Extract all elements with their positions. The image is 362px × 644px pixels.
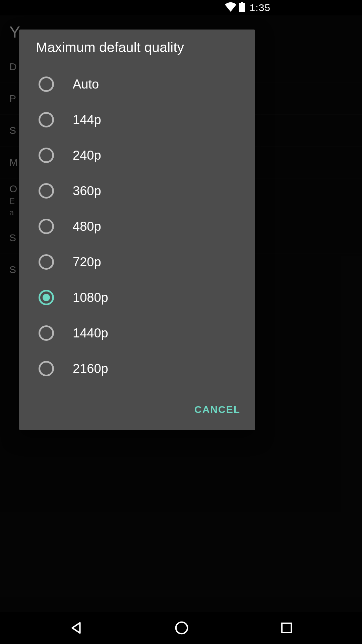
option-240p[interactable]: 240p [19,138,255,173]
option-label: 1440p [73,326,108,340]
cancel-button[interactable]: CANCEL [189,399,246,420]
radio-icon [39,219,54,234]
dialog-actions: CANCEL [19,393,255,430]
option-360p[interactable]: 360p [19,173,255,209]
battery-icon [239,2,245,13]
radio-icon [39,112,54,127]
option-1440p[interactable]: 1440p [19,315,255,351]
option-label: 240p [73,148,101,163]
radio-icon [39,148,54,163]
radio-icon [39,325,54,341]
option-720p[interactable]: 720p [19,244,255,280]
option-144p[interactable]: 144p [19,102,255,138]
option-auto[interactable]: Auto [19,66,255,102]
quality-dialog: Maximum default quality Auto 144p 240p 3… [19,30,255,430]
option-label: Auto [73,77,99,92]
dialog-title: Maximum default quality [19,30,255,63]
option-label: 2160p [73,362,108,376]
option-label: 1080p [73,290,108,305]
option-label: 360p [73,184,101,198]
option-2160p[interactable]: 2160p [19,351,255,386]
svg-rect-1 [241,2,243,4]
wifi-icon [225,2,236,13]
radio-icon [39,76,54,92]
radio-icon [39,361,54,376]
option-1080p[interactable]: 1080p [19,280,255,315]
option-label: 144p [73,113,101,127]
dialog-options: Auto 144p 240p 360p 480p 720p 1080p 144 [19,63,255,393]
status-bar: 1:35 [0,0,275,15]
status-time: 1:35 [250,2,270,13]
option-label: 720p [73,255,101,269]
radio-icon [39,290,54,305]
svg-rect-0 [239,3,245,12]
option-480p[interactable]: 480p [19,209,255,244]
option-label: 480p [73,219,101,234]
radio-icon [39,183,54,199]
radio-icon [39,254,54,270]
